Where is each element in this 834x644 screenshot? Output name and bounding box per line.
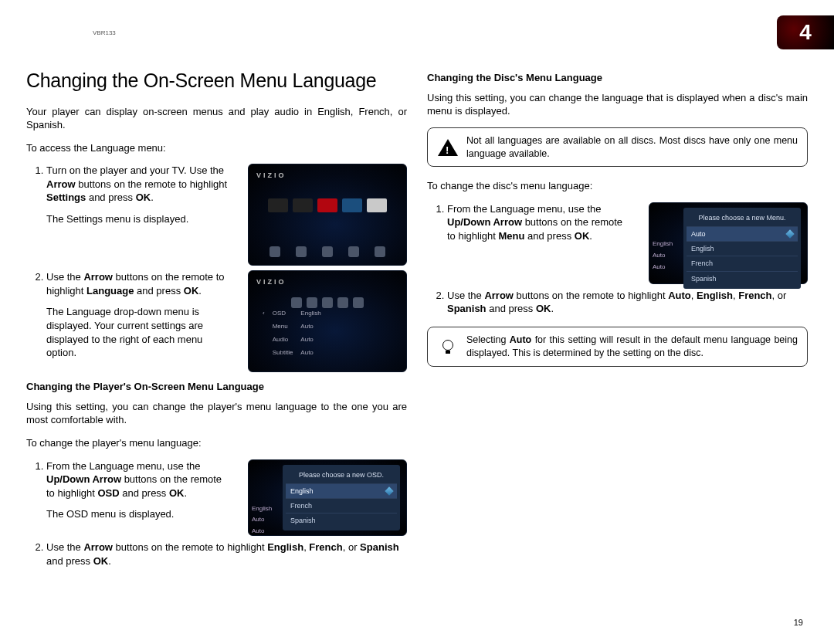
- osd-step-1-result: The OSD menu is displayed.: [46, 508, 174, 520]
- language-screenshot: VIZIO ‹ OSDMenuAudioSubtitle EnglishAuto…: [248, 270, 407, 372]
- nav-icon: [296, 246, 307, 257]
- disc-intro: Using this setting, you can change the l…: [427, 91, 808, 118]
- chapter-tab: 4: [777, 15, 834, 49]
- hint-callout: Selecting Auto for this setting will res…: [427, 327, 808, 367]
- brand-label: VIZIO: [256, 171, 286, 180]
- left-column: Changing the On-Screen Menu Language You…: [26, 68, 407, 578]
- menu-popup: Please choose a new Menu. Auto English F…: [683, 208, 801, 289]
- osd-option-french: French: [286, 498, 397, 513]
- warning-text: Not all languages are available on all d…: [466, 134, 798, 161]
- osd-step-2: Use the Arrow buttons on the remote to h…: [46, 541, 407, 568]
- settings-screenshot: VIZIO: [248, 164, 407, 266]
- app-tile: [293, 198, 313, 212]
- osd-popup-title: Please choose a new OSD.: [286, 468, 397, 483]
- selection-icon: [385, 486, 393, 495]
- app-tile-pandora: [367, 198, 387, 212]
- step-2-row: Use the Arrow buttons on the remote to h…: [26, 270, 407, 372]
- step-1: Turn on the player and your TV. Use the …: [46, 164, 237, 225]
- app-tile-vudu: [342, 198, 362, 212]
- step-2: Use the Arrow buttons on the remote to h…: [46, 270, 237, 359]
- osd-lead: To change the player's menu language:: [26, 436, 407, 450]
- model-number: VBR133: [93, 29, 116, 36]
- nav-icon: [270, 246, 280, 257]
- nav-icon: [375, 246, 385, 257]
- osd-step-1-row: From the Language menu, use the Up/Down …: [26, 459, 407, 537]
- app-tile-netflix: [317, 198, 337, 212]
- menu-option-auto: Auto: [687, 226, 798, 241]
- nav-icon: [291, 297, 302, 308]
- step-2-result: The Language drop-down menu is displayed…: [46, 306, 203, 358]
- osd-subheading: Changing the Player's On-Screen Menu Lan…: [26, 380, 407, 394]
- osd-option-english: English: [286, 483, 397, 498]
- lightbulb-icon: [437, 336, 459, 358]
- access-lead: To access the Language menu:: [26, 141, 407, 155]
- menu-popup-screenshot: English Auto Auto Please choose a new Me…: [649, 202, 808, 284]
- menu-option-spanish: Spanish: [687, 271, 798, 286]
- page-number: 19: [794, 618, 803, 627]
- disc-subheading: Changing the Disc's Menu Language: [427, 71, 808, 85]
- section-heading: Changing the On-Screen Menu Language: [26, 68, 407, 94]
- osd-intro: Using this setting, you can change the p…: [26, 400, 407, 427]
- step-1-result: The Settings menu is displayed.: [46, 213, 188, 225]
- manual-page: VBR133 4 Changing the On-Screen Menu Lan…: [0, 0, 834, 644]
- selection-icon: [785, 229, 794, 238]
- app-tile: [268, 198, 288, 212]
- menu-option-english: English: [687, 241, 798, 256]
- osd-popup-screenshot: English Auto Auto Please choose a new OS…: [248, 459, 407, 537]
- disc-step-1: From the Language menu, use the Up/Down …: [447, 202, 638, 243]
- disc-lead: To change the disc's menu language:: [427, 179, 808, 193]
- osd-option-spanish: Spanish: [286, 513, 397, 527]
- nav-icon: [337, 297, 348, 308]
- nav-icon: [348, 246, 359, 257]
- warning-icon: [437, 137, 459, 158]
- warning-callout: Not all languages are available on all d…: [427, 127, 808, 168]
- osd-popup: Please choose a new OSD. English French …: [283, 465, 400, 531]
- nav-icon: [322, 246, 333, 257]
- step-1-row: Turn on the player and your TV. Use the …: [26, 164, 407, 266]
- menu-popup-title: Please choose a new Menu.: [687, 211, 798, 226]
- nav-icon: [353, 297, 364, 308]
- nav-icon: [307, 297, 317, 308]
- disc-step-2: Use the Arrow buttons on the remote to h…: [447, 289, 808, 316]
- nav-icon: [322, 297, 333, 308]
- brand-label: VIZIO: [256, 277, 286, 286]
- menu-option-french: French: [687, 256, 798, 270]
- osd-step-1: From the Language menu, use the Up/Down …: [46, 459, 237, 521]
- intro-text: Your player can display on-screen menus …: [26, 105, 407, 132]
- right-column: Changing the Disc's Menu Language Using …: [427, 68, 808, 578]
- disc-step-1-row: From the Language menu, use the Up/Down …: [427, 202, 808, 284]
- hint-text: Selecting Auto for this setting will res…: [466, 334, 798, 360]
